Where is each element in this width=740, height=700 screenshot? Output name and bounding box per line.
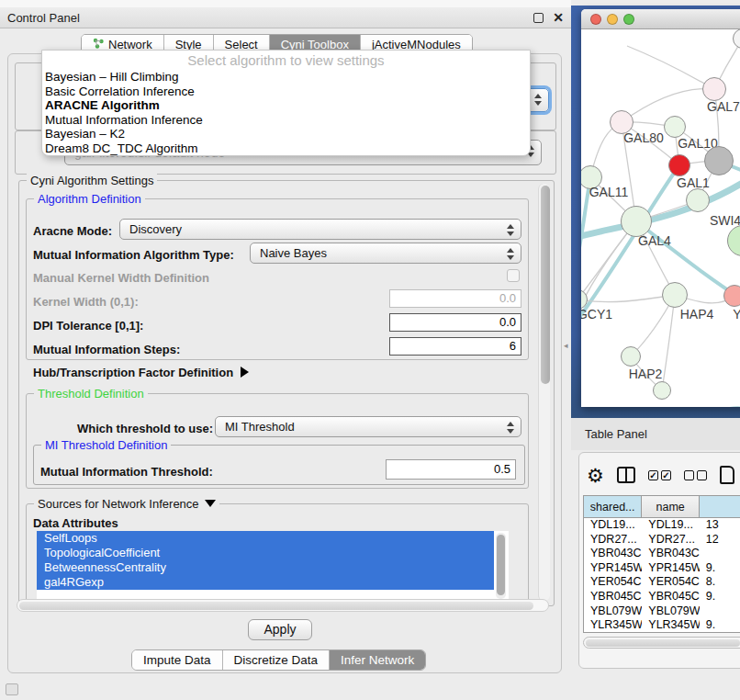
algorithm-popup-placeholder: Select algorithm to view settings	[42, 51, 530, 70]
hub-definition-label[interactable]: Hub/Transcription Factor Definition	[33, 366, 249, 379]
node-label: GAL4	[638, 233, 671, 248]
panel-divider-arrow-icon[interactable]: ◂	[564, 341, 568, 350]
network-node-gal1[interactable]	[668, 154, 690, 176]
bottom-tabs: Impute DataDiscretize DataInfer Network	[131, 649, 426, 671]
settings-vertical-scrollbar-thumb[interactable]	[541, 186, 550, 384]
settings-group-title: Cyni Algorithm Settings	[27, 174, 157, 187]
table-cell: YER054C	[642, 575, 699, 590]
algorithm-option[interactable]: ARACNE Algorithm	[42, 98, 530, 113]
network-node-y[interactable]	[723, 285, 740, 307]
table-row[interactable]: YDR27...YDR27...12	[584, 533, 740, 548]
attribute-item[interactable]: TopologicalCoefficient	[37, 546, 494, 560]
gear-icon[interactable]: ⚙	[587, 466, 604, 485]
table-horizontal-scrollbar[interactable]	[583, 637, 740, 649]
minimize-traffic-icon[interactable]	[607, 14, 618, 25]
table-cell: YBR043C	[584, 547, 642, 561]
algorithm-option[interactable]: Bayesian – K2	[42, 127, 530, 141]
combobox-stepper-icon	[507, 223, 514, 237]
expand-right-icon	[241, 367, 249, 378]
which-threshold-value: MI Threshold	[225, 420, 295, 434]
control-panel-title: Control Panel	[7, 11, 80, 25]
mi-steps-label: Mutual Information Steps:	[33, 343, 180, 356]
settings-horizontal-scrollbar[interactable]	[17, 599, 549, 612]
network-node-swi4[interactable]	[686, 188, 710, 212]
network-canvas[interactable]: GAL7GAL80GAL10GAL1GAL11SWI4GAL4GCY1HAP4Y…	[581, 29, 740, 407]
table-cell: YDL19...	[642, 518, 699, 533]
settings-horizontal-scrollbar-thumb[interactable]	[19, 602, 533, 610]
kernel-width-field[interactable]: 0.0	[389, 289, 521, 308]
top-strip	[0, 0, 571, 7]
manual-kernel-checkbox[interactable]	[507, 269, 520, 282]
data-attributes-list[interactable]: SelfLoopsTopologicalCoefficientBetweenne…	[37, 531, 509, 601]
settings-vertical-scrollbar[interactable]	[538, 184, 550, 601]
algorithm-option[interactable]: Mutual Information Inference	[42, 113, 530, 128]
collapsed-panel-icon[interactable]	[6, 683, 18, 695]
table-row[interactable]: YDL19...YDL19...13	[584, 518, 740, 533]
network-node-gal4[interactable]	[621, 206, 652, 237]
algorithm-popup-list: Bayesian – Hill ClimbingBasic Correlatio…	[42, 70, 530, 156]
table-cell: 13	[700, 518, 740, 533]
float-window-icon[interactable]	[533, 13, 544, 23]
which-threshold-combobox[interactable]: MI Threshold	[215, 416, 521, 437]
algorithm-option[interactable]: Dream8 DC_TDC Algorithm	[42, 141, 530, 156]
bottom-tab-impute-data[interactable]: Impute Data	[132, 650, 223, 670]
network-edge[interactable]	[662, 295, 675, 390]
network-edge[interactable]	[581, 221, 636, 342]
table-cell: 9.	[700, 618, 740, 633]
attribute-item[interactable]: BetweennessCentrality	[37, 560, 494, 575]
network-node[interactable]	[704, 146, 734, 175]
table-row[interactable]: YBR045CYBR045C9.	[584, 590, 740, 604]
split-columns-icon[interactable]	[617, 467, 635, 483]
table-row[interactable]: YBR043CYBR043C	[584, 547, 740, 561]
dpi-tolerance-field[interactable]: 0.0	[389, 313, 521, 332]
column-header[interactable]: name	[642, 496, 700, 518]
mi-threshold-field[interactable]: 0.5	[386, 459, 516, 480]
node-label: HAP2	[629, 367, 663, 381]
table-toolbar: ⚙ ✓✓	[587, 462, 740, 488]
network-node-hap2[interactable]	[621, 346, 641, 367]
bottom-tab-infer-network[interactable]: Infer Network	[330, 650, 425, 670]
node-label: GCY1	[581, 307, 612, 322]
combobox-stepper-icon	[507, 421, 514, 435]
network-window-titlebar[interactable]	[581, 9, 740, 29]
table-panel-title: Table Panel	[585, 427, 647, 441]
control-panel-titlebar: Control Panel ✕	[0, 7, 571, 28]
table-header-row: shared...name	[584, 496, 740, 518]
table-cell: YPR145W	[584, 561, 642, 576]
algorithm-option[interactable]: Basic Correlation Inference	[42, 85, 530, 99]
network-node-hap4[interactable]	[662, 282, 688, 308]
new-table-icon[interactable]	[720, 466, 734, 484]
bottom-tab-discretize-data[interactable]: Discretize Data	[223, 650, 331, 670]
column-header[interactable]: shared...	[584, 496, 642, 518]
table-cell: YPR145W	[642, 561, 699, 576]
apply-button[interactable]: Apply	[248, 619, 312, 640]
table-row[interactable]: YER054CYER054C8.	[584, 575, 740, 590]
attribute-item[interactable]: gal4RGexp	[37, 575, 494, 590]
sources-group-title[interactable]: Sources for Network Inference	[34, 497, 219, 511]
zoom-traffic-icon[interactable]	[623, 14, 634, 25]
close-icon[interactable]: ✕	[553, 11, 564, 24]
table-body: YDL19...YDL19...13YDR27...YDR27...12YBR0…	[584, 518, 740, 633]
mi-type-combobox[interactable]: Naive Bayes	[250, 243, 521, 264]
aracne-mode-combobox[interactable]: Discovery	[119, 219, 521, 240]
network-edge[interactable]	[627, 46, 714, 89]
attribute-item[interactable]: SelfLoops	[37, 531, 494, 546]
attributes-scrollbar-thumb[interactable]	[497, 535, 505, 595]
select-all-checks-icon[interactable]: ✓✓	[648, 470, 671, 480]
column-header[interactable]	[700, 496, 740, 518]
close-traffic-icon[interactable]	[590, 14, 601, 25]
table-row[interactable]: YPR145WYPR145W9.	[584, 561, 740, 576]
attributes-scrollbar[interactable]	[496, 533, 506, 599]
network-node-gal7[interactable]	[702, 77, 726, 101]
mi-steps-field[interactable]: 6	[389, 337, 521, 356]
dpi-tolerance-label: DPI Tolerance [0,1]:	[33, 319, 143, 333]
network-node-gal10[interactable]	[664, 116, 686, 138]
table-cell: YLR345W	[584, 618, 642, 633]
table-horizontal-scrollbar-thumb[interactable]	[586, 639, 740, 647]
table-row[interactable]: YBL079WYBL079W	[584, 604, 740, 619]
algorithm-option[interactable]: Bayesian – Hill Climbing	[42, 70, 530, 85]
table-cell: YBR045C	[584, 590, 642, 604]
deselect-all-checks-icon[interactable]	[684, 470, 707, 480]
table-row[interactable]: YLR345WYLR345W9.	[584, 618, 740, 633]
network-node[interactable]	[653, 381, 671, 400]
